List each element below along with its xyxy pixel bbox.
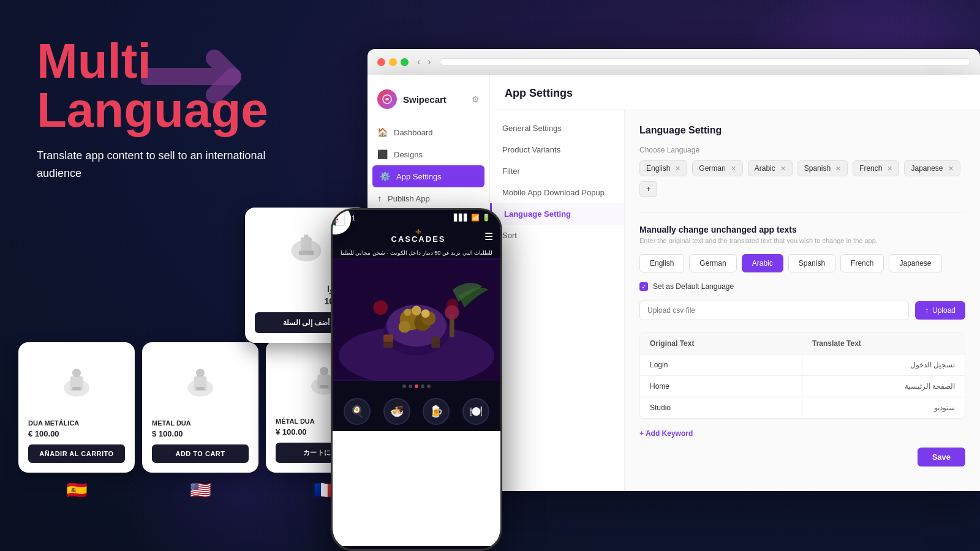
tl-green[interactable] xyxy=(401,58,409,66)
lang-tag-arabic-remove[interactable]: ✕ xyxy=(780,165,786,173)
lang-tag-more[interactable]: + xyxy=(639,181,657,197)
lang-tag-german-label: German xyxy=(699,164,725,173)
lang-tag-japanese-remove[interactable]: ✕ xyxy=(948,165,954,173)
card-spanish-btn[interactable]: AÑADIR AL CARRITO xyxy=(28,444,125,463)
table-cell-login-orig: Login xyxy=(640,354,802,376)
food-display xyxy=(333,258,500,381)
card-spanish-img xyxy=(28,352,125,413)
card-english-price: $ 100.00 xyxy=(152,429,249,438)
phone-content: ⚜️ CASCADES ☰ للطلبات التي تزيد عن 50 دي… xyxy=(333,225,500,546)
phone-menu-icon[interactable]: ☰ xyxy=(484,231,493,242)
svg-rect-33 xyxy=(431,336,440,348)
svg-point-27 xyxy=(374,301,388,315)
lang-tag-japanese[interactable]: Japanese ✕ xyxy=(904,160,960,176)
back-btn[interactable]: ‹ xyxy=(415,56,423,67)
sidebar-item-dashboard[interactable]: 🏠 Dashboard xyxy=(368,121,489,143)
lang-tag-arabic[interactable]: Arabic ✕ xyxy=(748,160,793,176)
hero-title: Multi Language xyxy=(37,37,343,135)
default-lang-label: Set as Default Language xyxy=(653,282,734,291)
sidebar-item-designs[interactable]: ⬛ Designs xyxy=(368,143,489,165)
brand-gear-icon[interactable]: ⚙ xyxy=(472,94,480,104)
lang-tag-spanish[interactable]: Spanish ✕ xyxy=(797,160,848,176)
upload-icon: ↑ xyxy=(925,306,929,315)
card-english-btn[interactable]: ADD TO CART xyxy=(152,444,249,463)
manually-title: Manually change unchanged app texts xyxy=(639,225,965,234)
hero-subtitle: Translate app content to sell to an inte… xyxy=(37,147,270,182)
nav-product-variants[interactable]: Product Variants xyxy=(490,139,624,160)
phone-dots xyxy=(333,381,500,392)
dot-3 xyxy=(415,384,418,388)
svg-rect-32 xyxy=(383,334,393,342)
phone-status-bar: 9:41 ▋▋▋ 📶 🔋 xyxy=(333,210,500,225)
lang-btn-german[interactable]: German xyxy=(689,254,736,272)
svg-point-14 xyxy=(320,367,328,375)
lang-btn-french[interactable]: French xyxy=(840,254,884,272)
card-english-img xyxy=(152,352,249,413)
url-bar[interactable] xyxy=(440,58,970,66)
dot-4 xyxy=(421,384,424,388)
phone-icons-row: 🍳 🍜 🍺 🍽️ xyxy=(333,392,500,431)
svg-point-10 xyxy=(196,369,205,377)
dot-2 xyxy=(409,384,412,388)
card-english: METAL DUA $ 100.00 ADD TO CART 🇺🇸 xyxy=(142,342,258,502)
table-header-original: Original Text xyxy=(640,333,802,354)
hero-line2: Language xyxy=(37,83,268,137)
nav-language-setting[interactable]: Language Setting xyxy=(490,203,624,225)
phone-banner: للطلبات التي تزيد عن 50 دينار داخل الكوي… xyxy=(333,247,500,258)
sidebar-item-app-settings[interactable]: ⚙️ App Settings xyxy=(372,165,484,187)
lang-tag-german-remove[interactable]: ✕ xyxy=(731,165,736,173)
svg-point-24 xyxy=(412,305,421,315)
choose-lang-label: Choose Language xyxy=(639,146,965,154)
default-lang-checkbox[interactable]: ✓ xyxy=(639,282,648,291)
sidebar-label-app-settings: App Settings xyxy=(396,172,442,181)
save-btn[interactable]: Save xyxy=(918,448,965,467)
tl-yellow[interactable] xyxy=(389,58,397,66)
main-area: App Settings General Settings Product Va… xyxy=(490,75,980,491)
lang-btn-spanish[interactable]: Spanish xyxy=(788,254,835,272)
lang-btn-arabic[interactable]: Arabic xyxy=(742,254,783,272)
nav-general-settings[interactable]: General Settings xyxy=(490,118,624,139)
page-title: App Settings xyxy=(505,87,965,100)
svg-point-26 xyxy=(421,309,430,318)
language-tags: English ✕ German ✕ Arabic ✕ Spanish xyxy=(639,160,965,197)
lang-tag-arabic-label: Arabic xyxy=(755,164,775,173)
phone-icon-drink[interactable]: 🍺 xyxy=(423,398,450,425)
default-lang-row: ✓ Set as Default Language xyxy=(639,282,965,291)
lang-tag-spanish-remove[interactable]: ✕ xyxy=(835,165,841,173)
card-spanish: DUA METÁLICA € 100.00 AÑADIR AL CARRITO … xyxy=(18,342,135,502)
lang-tag-english-remove[interactable]: ✕ xyxy=(675,165,680,173)
card-spanish-flag: 🇪🇸 xyxy=(64,478,89,502)
designs-icon: ⬛ xyxy=(377,149,388,159)
nav-filter[interactable]: Filter xyxy=(490,160,624,182)
tl-red[interactable] xyxy=(377,58,385,66)
phone-icon-grill[interactable]: 🍳 xyxy=(344,398,371,425)
add-keyword-label: + Add Keyword xyxy=(639,429,693,438)
phone-icon-food[interactable]: 🍜 xyxy=(383,398,410,425)
forward-btn[interactable]: › xyxy=(425,56,433,67)
upload-input[interactable] xyxy=(639,301,909,320)
lang-tag-german[interactable]: German ✕ xyxy=(692,160,742,176)
nav-sort[interactable]: Sort xyxy=(490,225,624,246)
lang-btn-english[interactable]: English xyxy=(639,254,684,272)
browser-chrome: ‹ › xyxy=(368,49,980,75)
app-settings-icon: ⚙️ xyxy=(380,171,390,181)
add-keyword-btn[interactable]: + Add Keyword xyxy=(639,429,965,438)
section-title: Language Setting xyxy=(639,125,965,136)
dot-5 xyxy=(427,384,431,388)
save-row: Save xyxy=(639,448,965,467)
sidebar-label-publish: Publish App xyxy=(388,194,430,203)
lang-tag-french-remove[interactable]: ✕ xyxy=(887,165,892,173)
translations-table: Original Text Translate Text Login تسجيل… xyxy=(639,332,965,419)
nav-mobile-download[interactable]: Mobile App Download Popup xyxy=(490,182,624,203)
sidebar-item-publish[interactable]: ↑ Publish App xyxy=(368,187,489,209)
phone-store-name: ⚜️ CASCADES xyxy=(352,229,484,244)
lang-tag-french[interactable]: French ✕ xyxy=(853,160,899,176)
lang-tag-english[interactable]: English ✕ xyxy=(639,160,687,176)
upload-btn[interactable]: ↑ Upload xyxy=(915,301,965,320)
dot-1 xyxy=(402,384,406,388)
phone-icon-plate[interactable]: 🍽️ xyxy=(462,398,489,425)
lang-btn-japanese[interactable]: Japanese xyxy=(889,254,941,272)
table-header-translated: Translate Text xyxy=(802,333,965,354)
main-body: General Settings Product Variants Filter… xyxy=(490,110,980,491)
sidebar-label-designs: Designs xyxy=(394,150,423,159)
